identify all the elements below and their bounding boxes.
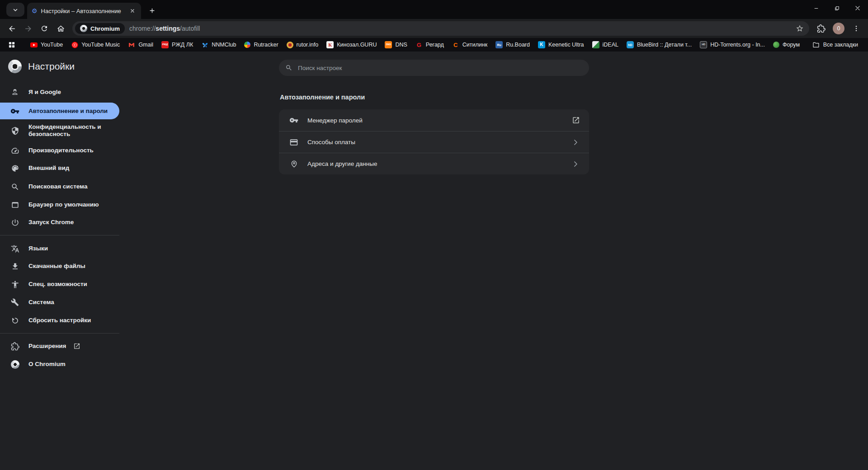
url-text[interactable]: chrome://settings/autofill xyxy=(129,25,793,32)
youtube-icon xyxy=(30,41,38,48)
page-title: Настройки xyxy=(28,61,75,72)
bluebird-icon: hD xyxy=(627,41,634,48)
bookmark-rutor[interactable]: rutor.info xyxy=(283,39,323,50)
gmail-icon xyxy=(128,41,135,48)
power-icon xyxy=(10,218,19,227)
sidebar-item-me-and-google[interactable]: Я и Google xyxy=(0,84,119,100)
sidebar-item-languages[interactable]: Языки xyxy=(0,240,119,257)
bookmark-bluebird[interactable]: hD BlueBird :: Детали т... xyxy=(623,39,696,50)
bookmark-rutracker[interactable]: Rutracker xyxy=(240,39,282,50)
sidebar-item-appearance[interactable]: Внешний вид xyxy=(0,160,119,176)
citilink-icon: С xyxy=(452,41,459,48)
open-in-new-icon xyxy=(572,116,580,124)
ruboard-icon: Ru xyxy=(495,41,503,48)
window-restore-button[interactable] xyxy=(826,0,847,16)
dns-icon: DNS xyxy=(385,41,392,48)
download-icon xyxy=(10,262,19,271)
puzzle-icon xyxy=(10,342,19,351)
rutracker-icon xyxy=(244,42,250,48)
bookmark-rzd[interactable]: РЖД РЖД ЛК xyxy=(157,39,197,50)
bookmark-regard[interactable]: G Регард xyxy=(411,39,448,50)
sidebar-item-default-browser[interactable]: Браузер по умолчанию xyxy=(0,197,119,213)
ideal-icon xyxy=(592,41,599,48)
wrench-icon xyxy=(10,298,19,307)
forward-button[interactable] xyxy=(20,20,36,37)
sidebar-item-performance[interactable]: Производительность xyxy=(0,142,119,159)
sidebar-item-about[interactable]: О Chromium xyxy=(0,356,119,372)
chromium-logo-icon xyxy=(10,360,19,369)
bookmark-gmail[interactable]: Gmail xyxy=(124,39,157,50)
apps-grid-icon xyxy=(8,41,15,48)
sidebar-item-extensions[interactable]: Расширения xyxy=(0,338,119,354)
chromium-logo-icon xyxy=(80,25,87,32)
address-bar[interactable]: Chromium chrome://settings/autofill xyxy=(72,21,809,36)
settings-search-input[interactable] xyxy=(297,64,583,72)
accessibility-icon xyxy=(10,280,19,289)
all-bookmarks-button[interactable]: Все закладки xyxy=(808,41,863,48)
back-button[interactable] xyxy=(4,20,20,37)
speedometer-icon xyxy=(10,146,19,155)
key-icon xyxy=(10,107,19,116)
sidebar-item-autofill[interactable]: Автозаполнение и пароли xyxy=(0,103,119,119)
sidebar-item-privacy[interactable]: Конфиденциальность и безопасность xyxy=(0,122,119,140)
menu-dots-icon[interactable] xyxy=(848,20,864,37)
bookmark-citilink[interactable]: С Ситилинк xyxy=(448,39,491,50)
youtube-music-icon xyxy=(71,41,78,48)
bookmark-youtube[interactable]: YouTube xyxy=(26,39,67,50)
bookmark-ideal[interactable]: iDEAL xyxy=(588,39,623,50)
sidebar-item-startup[interactable]: Запуск Chrome xyxy=(0,214,119,230)
bookmark-forum[interactable]: Форум xyxy=(769,39,804,50)
sidebar-item-system[interactable]: Система xyxy=(0,294,119,310)
section-title: Автозаполнение и пароли xyxy=(280,94,365,101)
bookmarks-bar: YouTube YouTube Music Gmail РЖД РЖД ЛК N… xyxy=(0,38,868,52)
sidebar-item-downloads[interactable]: Скачанные файлы xyxy=(0,258,119,274)
person-icon xyxy=(10,88,19,97)
regard-icon: G xyxy=(415,41,423,48)
bookmark-dns[interactable]: DNS DNS xyxy=(381,39,411,50)
bookmark-star-icon[interactable] xyxy=(793,22,807,35)
sidebar-divider xyxy=(0,333,119,334)
bookmark-kinozal[interactable]: К Кинозал.GURU xyxy=(322,39,381,50)
bookmark-keenetic[interactable]: K Keenetic Ultra xyxy=(534,39,588,50)
bookmark-ruboard[interactable]: Ru Ru.Board xyxy=(491,39,534,50)
browser-tab[interactable]: ⚙ Настройки – Автозаполнение xyxy=(27,3,141,19)
window-minimize-button[interactable] xyxy=(806,0,826,16)
row-addresses[interactable]: Адреса и другие данные xyxy=(279,153,589,174)
kinozal-icon: К xyxy=(326,41,334,48)
sidebar-item-reset[interactable]: Сбросить настройки xyxy=(0,312,119,329)
hd-torrents-icon: HD xyxy=(700,41,707,48)
row-payment-methods[interactable]: Способы оплаты xyxy=(279,131,589,153)
sidebar-item-accessibility[interactable]: Спец. возможности xyxy=(0,276,119,292)
new-tab-button[interactable] xyxy=(146,4,158,17)
sidebar-divider xyxy=(0,235,119,235)
window-close-button[interactable] xyxy=(847,0,868,16)
bookmark-nnmclub[interactable]: NNMClub xyxy=(197,39,240,50)
bookmark-hd-torrents[interactable]: HD HD-Torrents.org - In... xyxy=(696,39,769,50)
search-icon xyxy=(285,64,292,71)
reload-button[interactable] xyxy=(36,20,52,37)
butterfly-icon xyxy=(201,41,208,48)
credit-card-icon xyxy=(289,138,298,147)
tab-search-button[interactable] xyxy=(6,3,24,17)
home-button[interactable] xyxy=(52,20,69,37)
extensions-button[interactable] xyxy=(813,20,829,37)
location-pin-icon xyxy=(289,160,298,169)
apps-shortcut[interactable] xyxy=(5,39,18,50)
translate-icon xyxy=(10,244,19,253)
rzd-icon: РЖД xyxy=(161,41,169,48)
profile-avatar[interactable]: 0 xyxy=(833,23,844,34)
bookmark-youtube-music[interactable]: YouTube Music xyxy=(67,39,124,50)
tab-close-icon[interactable] xyxy=(128,7,137,15)
chevron-right-icon xyxy=(571,138,580,147)
settings-search[interactable] xyxy=(279,60,589,76)
autofill-card: Менеджер паролей Способы оплаты Адреса и… xyxy=(279,109,589,174)
site-chip[interactable]: Chromium xyxy=(75,23,125,34)
keenetic-icon: K xyxy=(538,41,545,48)
browser-window-icon xyxy=(10,200,19,209)
settings-header: Настройки xyxy=(8,60,75,73)
sidebar-item-search-engine[interactable]: Поисковая система xyxy=(0,179,119,195)
rutor-icon xyxy=(287,42,293,48)
toolbar: Chromium chrome://settings/autofill 0 xyxy=(0,19,868,38)
row-password-manager[interactable]: Менеджер паролей xyxy=(279,109,589,131)
chromium-logo-icon xyxy=(8,60,22,73)
